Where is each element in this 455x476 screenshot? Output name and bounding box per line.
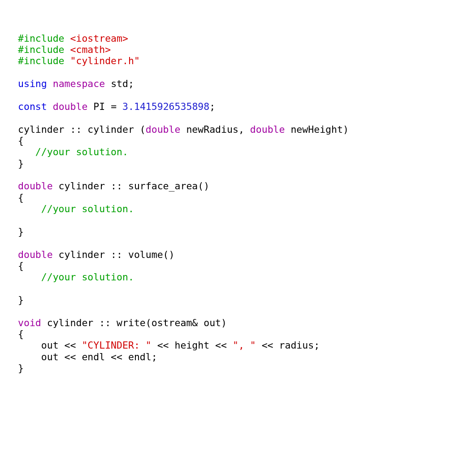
code-line: out << endl << endl; (18, 351, 157, 362)
indent (18, 203, 41, 214)
code-line: //your solution. (18, 146, 128, 157)
preproc-include: #include (18, 44, 70, 55)
keyword-double: double (146, 124, 181, 135)
number-literal: 3.1415926535898 (122, 101, 209, 112)
code-line: } (18, 226, 24, 237)
space (47, 101, 53, 112)
code-line: double cylinder :: volume() (18, 249, 175, 260)
code-line: } (18, 294, 24, 306)
code-line: out << "CYLINDER: " << height << ", " <<… (18, 340, 320, 351)
indent (18, 340, 41, 351)
comment: //your solution. (35, 146, 128, 157)
code-text: << height << (152, 340, 233, 351)
code-text: out << (41, 340, 82, 351)
code-line: using namespace std; (18, 78, 134, 89)
code-line: } (18, 362, 24, 374)
code-line: double cylinder :: surface_area() (18, 180, 209, 192)
keyword-using: using (18, 78, 47, 89)
code-line: #include "cylinder.h" (18, 55, 140, 66)
code-block: #include <iostream> #include <cmath> #in… (18, 33, 437, 374)
identifier: PI = (93, 101, 122, 112)
comment: //your solution. (41, 271, 134, 283)
keyword-double: double (18, 249, 53, 260)
indent (18, 146, 35, 157)
identifier: std; (111, 78, 134, 89)
space (47, 78, 53, 89)
keyword-const: const (18, 101, 47, 112)
indent (18, 271, 41, 283)
space (87, 101, 93, 112)
code-line: //your solution. (18, 271, 134, 283)
code-text: newRadius, (180, 124, 250, 135)
code-line: //your solution. (18, 203, 134, 214)
punct: ; (209, 101, 215, 112)
include-target: "cylinder.h" (70, 55, 140, 66)
code-line: } (18, 158, 24, 169)
include-target: <cmath> (70, 44, 111, 55)
keyword-double: double (53, 101, 88, 112)
string-literal: ", " (233, 340, 256, 351)
string-literal: "CYLINDER: " (82, 340, 151, 351)
code-line: { (18, 135, 24, 146)
code-line: { (18, 260, 24, 271)
code-text: cylinder :: surface_area() (53, 180, 210, 192)
code-line: { (18, 328, 24, 340)
keyword-void: void (18, 317, 41, 328)
code-line: #include <iostream> (18, 33, 128, 44)
code-text: newHeight) (285, 124, 348, 135)
code-line: const double PI = 3.1415926535898; (18, 101, 215, 112)
code-line: #include <cmath> (18, 44, 111, 55)
space (105, 78, 111, 89)
include-target: <iostream> (70, 33, 128, 44)
keyword-double: double (250, 124, 285, 135)
preproc-include: #include (18, 33, 70, 44)
keyword-namespace: namespace (53, 78, 105, 89)
keyword-double: double (18, 180, 53, 192)
comment: //your solution. (41, 203, 134, 214)
code-line: void cylinder :: write(ostream& out) (18, 317, 227, 328)
code-line: { (18, 192, 24, 203)
indent (18, 351, 41, 362)
code-text: cylinder :: cylinder ( (18, 124, 146, 135)
preproc-include: #include (18, 55, 70, 66)
code-text: cylinder :: volume() (53, 249, 175, 260)
code-line: cylinder :: cylinder (double newRadius, … (18, 124, 349, 135)
code-text: << radius; (256, 340, 320, 351)
code-text: cylinder :: write(ostream& out) (41, 317, 227, 328)
code-text: out << endl << endl; (41, 351, 157, 362)
